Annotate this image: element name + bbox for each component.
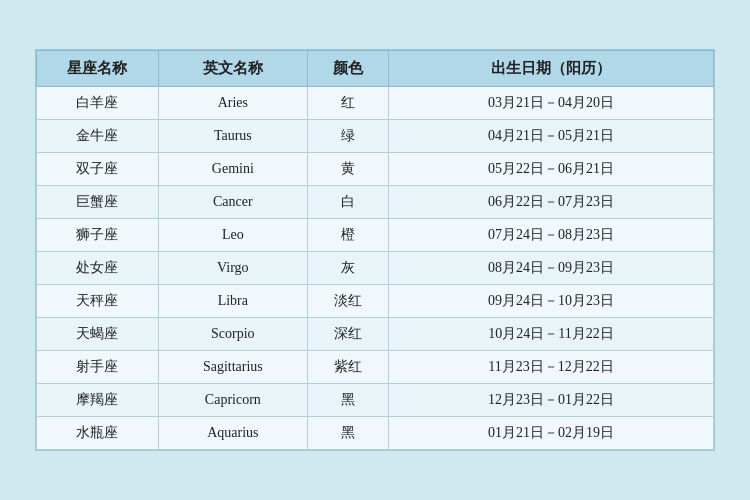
cell-chinese: 白羊座	[37, 87, 159, 120]
cell-chinese: 天蝎座	[37, 318, 159, 351]
cell-chinese: 狮子座	[37, 219, 159, 252]
table-row: 巨蟹座Cancer白06月22日－07月23日	[37, 186, 714, 219]
cell-color: 黑	[307, 384, 388, 417]
table-body: 白羊座Aries红03月21日－04月20日金牛座Taurus绿04月21日－0…	[37, 87, 714, 450]
cell-chinese: 水瓶座	[37, 417, 159, 450]
table-row: 处女座Virgo灰08月24日－09月23日	[37, 252, 714, 285]
cell-chinese: 巨蟹座	[37, 186, 159, 219]
cell-english: Capricorn	[158, 384, 307, 417]
zodiac-table-container: 星座名称 英文名称 颜色 出生日期（阳历） 白羊座Aries红03月21日－04…	[35, 49, 715, 451]
cell-color: 黑	[307, 417, 388, 450]
table-row: 摩羯座Capricorn黑12月23日－01月22日	[37, 384, 714, 417]
cell-chinese: 摩羯座	[37, 384, 159, 417]
cell-date: 12月23日－01月22日	[389, 384, 714, 417]
cell-color: 灰	[307, 252, 388, 285]
cell-english: Leo	[158, 219, 307, 252]
cell-english: Sagittarius	[158, 351, 307, 384]
cell-chinese: 天秤座	[37, 285, 159, 318]
cell-color: 黄	[307, 153, 388, 186]
cell-color: 橙	[307, 219, 388, 252]
cell-date: 03月21日－04月20日	[389, 87, 714, 120]
table-row: 双子座Gemini黄05月22日－06月21日	[37, 153, 714, 186]
header-chinese: 星座名称	[37, 51, 159, 87]
cell-date: 04月21日－05月21日	[389, 120, 714, 153]
cell-color: 白	[307, 186, 388, 219]
cell-english: Aquarius	[158, 417, 307, 450]
cell-english: Aries	[158, 87, 307, 120]
cell-color: 紫红	[307, 351, 388, 384]
cell-date: 08月24日－09月23日	[389, 252, 714, 285]
zodiac-table: 星座名称 英文名称 颜色 出生日期（阳历） 白羊座Aries红03月21日－04…	[36, 50, 714, 450]
cell-chinese: 双子座	[37, 153, 159, 186]
cell-english: Scorpio	[158, 318, 307, 351]
cell-color: 红	[307, 87, 388, 120]
cell-english: Virgo	[158, 252, 307, 285]
cell-color: 绿	[307, 120, 388, 153]
cell-english: Taurus	[158, 120, 307, 153]
cell-chinese: 处女座	[37, 252, 159, 285]
cell-english: Cancer	[158, 186, 307, 219]
table-row: 天秤座Libra淡红09月24日－10月23日	[37, 285, 714, 318]
table-header-row: 星座名称 英文名称 颜色 出生日期（阳历）	[37, 51, 714, 87]
cell-color: 淡红	[307, 285, 388, 318]
cell-date: 09月24日－10月23日	[389, 285, 714, 318]
header-date: 出生日期（阳历）	[389, 51, 714, 87]
cell-date: 01月21日－02月19日	[389, 417, 714, 450]
cell-date: 11月23日－12月22日	[389, 351, 714, 384]
table-row: 水瓶座Aquarius黑01月21日－02月19日	[37, 417, 714, 450]
table-row: 金牛座Taurus绿04月21日－05月21日	[37, 120, 714, 153]
cell-date: 06月22日－07月23日	[389, 186, 714, 219]
table-row: 白羊座Aries红03月21日－04月20日	[37, 87, 714, 120]
header-english: 英文名称	[158, 51, 307, 87]
cell-chinese: 金牛座	[37, 120, 159, 153]
table-row: 天蝎座Scorpio深红10月24日－11月22日	[37, 318, 714, 351]
cell-date: 07月24日－08月23日	[389, 219, 714, 252]
cell-english: Gemini	[158, 153, 307, 186]
cell-date: 05月22日－06月21日	[389, 153, 714, 186]
cell-english: Libra	[158, 285, 307, 318]
cell-color: 深红	[307, 318, 388, 351]
cell-chinese: 射手座	[37, 351, 159, 384]
cell-date: 10月24日－11月22日	[389, 318, 714, 351]
table-row: 射手座Sagittarius紫红11月23日－12月22日	[37, 351, 714, 384]
table-row: 狮子座Leo橙07月24日－08月23日	[37, 219, 714, 252]
header-color: 颜色	[307, 51, 388, 87]
